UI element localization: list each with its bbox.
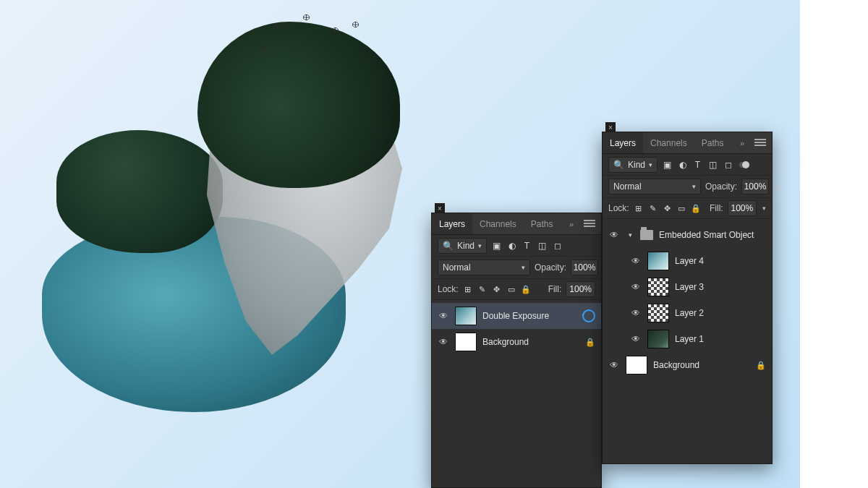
layer-name[interactable]: Background [482, 337, 579, 347]
layer-thumbnail[interactable] [455, 333, 477, 351]
visibility-eye-icon[interactable]: 👁 [608, 230, 620, 240]
filter-smart-icon[interactable]: ◻ [552, 240, 563, 251]
close-panel-button[interactable]: × [605, 122, 616, 132]
lock-frame-icon[interactable]: ▭ [506, 284, 516, 294]
opacity-label: Opacity: [535, 262, 566, 273]
filter-adjust-icon[interactable]: ◐ [506, 240, 517, 251]
panel-menu-icon[interactable] [754, 139, 766, 147]
tab-layers[interactable]: Layers [432, 213, 472, 234]
tab-paths[interactable]: Paths [524, 213, 561, 234]
filter-row: 🔍 Kind ▾ ▣ ◐ T ◫ ◻ [603, 154, 772, 176]
layer-thumbnail[interactable] [455, 307, 477, 325]
search-icon: 🔍 [443, 240, 454, 251]
filter-kind-select[interactable]: 🔍 Kind ▾ [608, 157, 658, 173]
close-panel-button[interactable]: × [435, 203, 445, 213]
tab-channels[interactable]: Channels [472, 213, 524, 234]
visibility-eye-icon[interactable]: 👁 [630, 256, 642, 266]
lock-all-icon[interactable]: 🔒 [521, 284, 531, 294]
opacity-value[interactable]: 100% [571, 260, 598, 275]
opacity-value[interactable]: 100% [741, 179, 769, 194]
filter-shape-icon[interactable]: ◫ [707, 159, 718, 170]
lock-position-icon[interactable]: ✥ [662, 203, 672, 213]
canvas-stage: 𐀏 𐀏 𐀏 𐀏 𐀏 × Layers Channels Paths » 🔍 Ki… [0, 0, 800, 488]
tab-layers[interactable]: Layers [603, 132, 643, 153]
panel-tabbar: × Layers Channels Paths » [432, 213, 601, 235]
layer-item-1[interactable]: 👁 Layer 1 [624, 326, 772, 352]
opacity-label: Opacity: [705, 181, 737, 192]
filter-text-icon[interactable]: T [522, 240, 532, 251]
lock-row: Lock: ⊞ ✎ ✥ ▭ 🔒 Fill: 100% ▾ [603, 197, 772, 219]
layer-name[interactable]: Background [653, 360, 750, 370]
layer-item-3[interactable]: 👁 Layer 3 [624, 274, 772, 300]
visibility-eye-icon[interactable]: 👁 [630, 334, 642, 344]
group-expand-icon[interactable]: ▾ [626, 231, 634, 239]
filter-row: 🔍 Kind ▾ ▣ ◐ T ◫ ◻ [432, 235, 601, 257]
filter-image-icon[interactable]: ▣ [491, 240, 502, 251]
layer-thumbnail[interactable] [647, 278, 669, 296]
search-icon: 🔍 [613, 159, 624, 170]
layer-name[interactable]: Layer 1 [675, 334, 766, 344]
blend-row: Normal ▾ Opacity: 100% [432, 257, 601, 278]
lock-pixels-icon[interactable]: ⊞ [463, 284, 473, 294]
lock-icon: 🔒 [585, 338, 595, 347]
filter-kind-label: Kind [628, 160, 645, 170]
visibility-eye-icon[interactable]: 👁 [438, 311, 449, 321]
layer-group-smart-object[interactable]: 👁 ▾ Embedded Smart Object [603, 222, 772, 248]
visibility-eye-icon[interactable]: 👁 [630, 282, 642, 292]
blend-mode-select[interactable]: Normal ▾ [608, 179, 701, 194]
layer-item-background[interactable]: 👁 Background 🔒 [432, 329, 601, 355]
progress-ring-icon [582, 309, 595, 322]
visibility-eye-icon[interactable]: 👁 [608, 360, 620, 370]
lock-all-icon[interactable]: 🔒 [691, 203, 701, 213]
visibility-eye-icon[interactable]: 👁 [438, 337, 449, 347]
layers-panel-right: × Layers Channels Paths » 🔍 Kind ▾ ▣ ◐ T… [602, 132, 773, 464]
lock-pixels-icon[interactable]: ⊞ [634, 203, 644, 213]
layer-item-4[interactable]: 👁 Layer 4 [624, 248, 772, 274]
panel-tabbar: × Layers Channels Paths » [603, 132, 772, 154]
layer-name[interactable]: Double Exposure [482, 311, 576, 321]
fill-label: Fill: [710, 203, 723, 213]
layer-item-background[interactable]: 👁 Background 🔒 [603, 352, 772, 378]
fill-value[interactable]: 100% [566, 281, 595, 297]
layers-panel-left: × Layers Channels Paths » 🔍 Kind ▾ ▣ ◐ T… [431, 213, 602, 488]
layers-list: 👁 ▾ Embedded Smart Object 👁 Layer 4 👁 La… [603, 219, 772, 381]
lock-brush-icon[interactable]: ✎ [648, 203, 658, 213]
filter-toggle-icon[interactable] [738, 159, 751, 170]
filter-kind-select[interactable]: 🔍 Kind ▾ [438, 238, 487, 254]
filter-text-icon[interactable]: T [692, 159, 703, 170]
tab-paths[interactable]: Paths [694, 132, 731, 153]
blend-mode-select[interactable]: Normal ▾ [438, 260, 530, 275]
layer-thumbnail[interactable] [626, 356, 647, 374]
layer-name[interactable]: Layer 2 [675, 308, 766, 318]
blend-row: Normal ▾ Opacity: 100% ▾ [603, 176, 772, 197]
collapse-icon[interactable]: » [736, 139, 749, 147]
filter-adjust-icon[interactable]: ◐ [677, 159, 688, 170]
layer-thumbnail[interactable] [647, 304, 669, 322]
filter-image-icon[interactable]: ▣ [662, 159, 673, 170]
blend-mode-label: Normal [613, 181, 642, 192]
lock-position-icon[interactable]: ✥ [492, 284, 502, 294]
folder-icon [640, 230, 653, 240]
filter-smart-icon[interactable]: ◻ [723, 159, 733, 170]
lock-icon: 🔒 [756, 361, 766, 370]
layers-list: 👁 Double Exposure 👁 Background 🔒 [432, 300, 601, 358]
filter-shape-icon[interactable]: ◫ [537, 240, 548, 251]
lock-brush-icon[interactable]: ✎ [477, 284, 488, 294]
layer-name[interactable]: Layer 3 [675, 282, 766, 292]
layer-thumbnail[interactable] [647, 252, 669, 270]
lock-row: Lock: ⊞ ✎ ✥ ▭ 🔒 Fill: 100% [432, 278, 601, 300]
layer-item-2[interactable]: 👁 Layer 2 [624, 300, 772, 326]
layer-name[interactable]: Layer 4 [675, 256, 766, 266]
lock-label: Lock: [608, 203, 629, 213]
lock-frame-icon[interactable]: ▭ [676, 203, 686, 213]
group-name[interactable]: Embedded Smart Object [659, 230, 766, 240]
layer-thumbnail[interactable] [647, 330, 669, 348]
collapse-icon[interactable]: » [565, 220, 578, 228]
fill-value[interactable]: 100% [728, 200, 757, 216]
lock-label: Lock: [438, 284, 459, 294]
panel-menu-icon[interactable] [584, 220, 595, 228]
layer-item-double-exposure[interactable]: 👁 Double Exposure [432, 303, 601, 329]
visibility-eye-icon[interactable]: 👁 [630, 308, 642, 318]
tab-channels[interactable]: Channels [643, 132, 694, 153]
blend-mode-label: Normal [443, 262, 471, 273]
